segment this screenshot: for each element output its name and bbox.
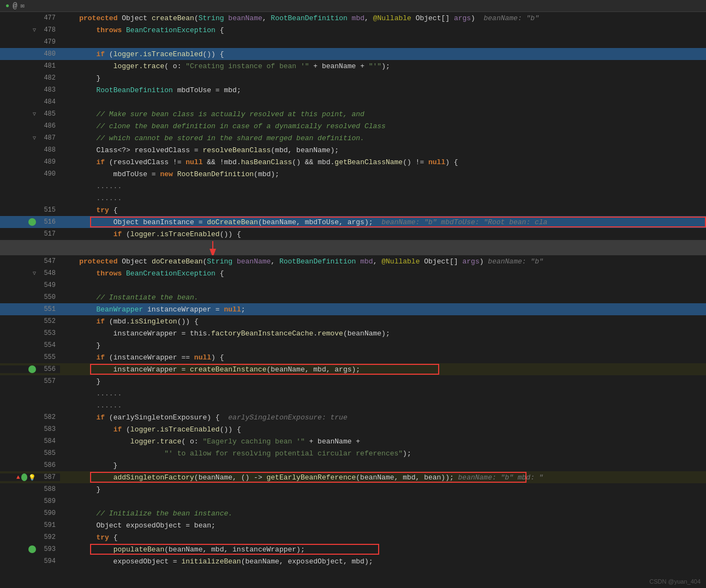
dots-content-2: ...... bbox=[60, 194, 706, 202]
fold-icon-487[interactable]: ▽ bbox=[33, 135, 36, 141]
line-content-489: if (resolvedClass != null && !mbd.hasBea… bbox=[60, 158, 706, 166]
gutter-487: ▽ 487 bbox=[0, 134, 60, 142]
code-line-482: 482 } bbox=[0, 72, 706, 84]
code-line-583: 583 if (logger.isTraceEnabled()) { bbox=[0, 423, 706, 435]
line-num-550: 550 bbox=[38, 293, 56, 301]
dots-content-4: ...... bbox=[60, 401, 706, 410]
code-line-556: 556 instanceWrapper = createBeanInstance… bbox=[0, 363, 706, 375]
line-num-490: 490 bbox=[38, 170, 56, 178]
fold-icon-548[interactable]: ▽ bbox=[33, 270, 36, 277]
line-num-548: 548 bbox=[38, 269, 56, 277]
line-num-553: 553 bbox=[38, 329, 56, 337]
gutter-517: 517 bbox=[0, 230, 60, 238]
gutter-551: 551 bbox=[0, 305, 60, 313]
gutter-582: 582 bbox=[0, 413, 60, 421]
gutter-479: 479 bbox=[0, 38, 60, 46]
line-num-486: 486 bbox=[38, 122, 56, 130]
gutter-555: 555 bbox=[0, 353, 60, 361]
breakpoint-icon-587[interactable] bbox=[21, 473, 27, 481]
code-line-585: 585 "' to allow for resolving potential … bbox=[0, 447, 706, 459]
error-icon-587: ▲ bbox=[16, 474, 20, 481]
line-content-485: // Make sure bean class is actually reso… bbox=[60, 110, 706, 118]
gutter-478: ▽ 478 bbox=[0, 26, 60, 34]
red-arrow-svg bbox=[202, 240, 235, 255]
gutter-489: 489 bbox=[0, 158, 60, 166]
code-line-517: 517 if (logger.isTraceEnabled()) { bbox=[0, 228, 706, 240]
code-line-591: 591 Object exposedObject = bean; bbox=[0, 519, 706, 531]
line-num-557: 557 bbox=[38, 377, 56, 385]
gutter-557: 557 bbox=[0, 377, 60, 385]
gutter-584: 584 bbox=[0, 437, 60, 445]
line-content-557: } bbox=[60, 377, 706, 386]
line-num-556: 556 bbox=[38, 365, 56, 373]
line-num-588: 588 bbox=[38, 485, 56, 493]
bulb-icon-587[interactable]: 💡 bbox=[28, 474, 36, 481]
gutter-588: 588 bbox=[0, 485, 60, 493]
gutter-481: 481 bbox=[0, 62, 60, 70]
line-content-478: throws BeanCreationException { bbox=[60, 26, 706, 34]
gutter-590: 590 bbox=[0, 509, 60, 517]
line-content-547: protected Object doCreateBean(String bea… bbox=[60, 257, 706, 266]
line-num-487: 487 bbox=[38, 134, 56, 142]
separator-bar bbox=[0, 240, 706, 255]
code-line-552: 552 if (mbd.isSingleton()) { bbox=[0, 315, 706, 327]
gutter-icons-548: ▽ bbox=[16, 270, 38, 277]
line-num-478: 478 bbox=[38, 26, 56, 34]
line-content-486: // clone the bean definition in case of … bbox=[60, 122, 706, 130]
line-content-583: if (logger.isTraceEnabled()) { bbox=[60, 425, 706, 434]
line-num-515: 515 bbox=[38, 206, 56, 214]
gutter-591: 591 bbox=[0, 521, 60, 529]
line-num-480: 480 bbox=[38, 50, 56, 58]
code-line-551: 551 BeanWrapper instanceWrapper = null; bbox=[0, 303, 706, 315]
gutter-484: 484 bbox=[0, 98, 60, 106]
line-content-480: if (logger.isTraceEnabled()) { bbox=[60, 50, 706, 58]
line-num-584: 584 bbox=[38, 437, 56, 445]
breakpoint-icon-556[interactable] bbox=[28, 365, 36, 373]
code-line-587: ▲ 💡 587 addSingletonFactory(beanName, ()… bbox=[0, 471, 706, 483]
code-line-516: 516 Object beanInstance = doCreateBean(b… bbox=[0, 216, 706, 228]
code-line-589: 589 bbox=[0, 495, 706, 507]
line-num-551: 551 bbox=[38, 305, 56, 313]
fold-icon-478[interactable]: ▽ bbox=[33, 27, 36, 33]
gutter-icons-478: ▽ bbox=[16, 27, 38, 33]
gutter-477: 477 bbox=[0, 14, 60, 22]
gutter-556: 556 bbox=[0, 365, 60, 373]
code-line-480: 480 if (logger.isTraceEnabled()) { bbox=[0, 48, 706, 60]
gutter-552: 552 bbox=[0, 317, 60, 325]
line-content-554: } bbox=[60, 341, 706, 350]
line-content-588: } bbox=[60, 485, 706, 494]
code-dots-4: ...... bbox=[0, 399, 706, 411]
watermark: CSDN @yuan_404 bbox=[649, 578, 701, 585]
line-num-589: 589 bbox=[38, 497, 56, 505]
code-line-489: 489 if (resolvedClass != null && !mbd.ha… bbox=[0, 156, 706, 168]
line-num-477: 477 bbox=[38, 14, 56, 22]
breakpoint-icon-593[interactable] bbox=[28, 545, 36, 553]
code-line-515: 515 try { bbox=[0, 204, 706, 216]
mail-icon: ✉ bbox=[21, 2, 25, 10]
code-line-550: 550 // Instantiate the bean. bbox=[0, 291, 706, 303]
line-num-555: 555 bbox=[38, 353, 56, 361]
line-num-479: 479 bbox=[38, 38, 56, 46]
line-num-593: 593 bbox=[38, 545, 56, 553]
line-content-594: exposedObject = initializeBean(beanName,… bbox=[60, 557, 706, 566]
gutter-490: 490 bbox=[0, 170, 60, 178]
gutter-550: 550 bbox=[0, 293, 60, 301]
gutter-554: 554 bbox=[0, 341, 60, 349]
gutter-548: ▽ 548 bbox=[0, 269, 60, 277]
code-container: ● @ ✉ 477 protected Object createBean(St… bbox=[0, 0, 706, 588]
line-num-585: 585 bbox=[38, 449, 56, 457]
code-line-592: 592 try { bbox=[0, 531, 706, 543]
line-num-592: 592 bbox=[38, 533, 56, 541]
gutter-483: 483 bbox=[0, 86, 60, 94]
line-num-587: 587 bbox=[38, 473, 56, 481]
code-line-485: ▽ 485 // Make sure bean class is actuall… bbox=[0, 108, 706, 120]
line-num-552: 552 bbox=[38, 317, 56, 325]
line-num-517: 517 bbox=[38, 230, 56, 238]
gutter-585: 585 bbox=[0, 449, 60, 457]
fold-icon-485[interactable]: ▽ bbox=[33, 111, 36, 117]
gutter-488: 488 bbox=[0, 146, 60, 154]
gutter-icons-487: ▽ bbox=[16, 135, 38, 141]
line-num-549: 549 bbox=[38, 281, 56, 289]
breakpoint-icon-516[interactable] bbox=[28, 218, 36, 226]
code-line-548: ▽ 548 throws BeanCreationException { bbox=[0, 267, 706, 279]
